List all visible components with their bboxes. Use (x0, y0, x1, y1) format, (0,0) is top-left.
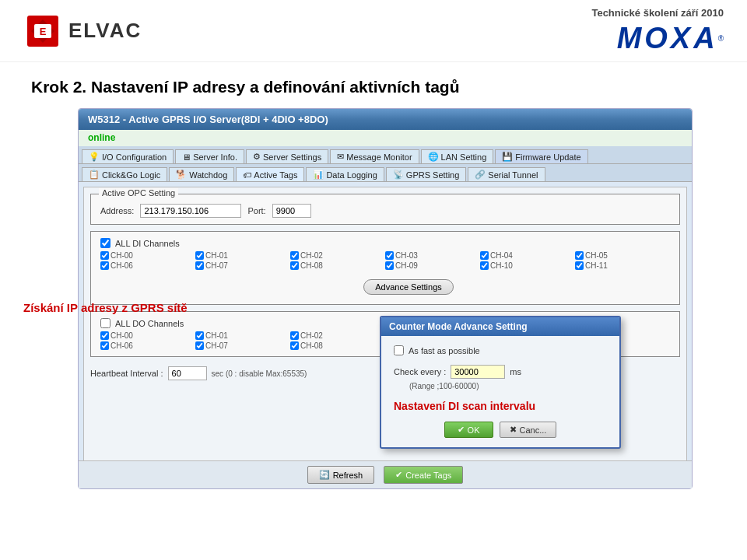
list-item: CH-07 (195, 341, 290, 350)
create-tags-button[interactable]: ✔ Create Tags (384, 466, 463, 484)
list-item: CH-02 (290, 331, 385, 340)
ziskani-annotation: Získání IP adresy z GPRS sítě (23, 301, 188, 314)
watchdog-icon: 🐕 (176, 170, 187, 180)
di-ch03-checkbox[interactable] (385, 251, 394, 260)
di-ch11-checkbox[interactable] (575, 261, 584, 270)
dialog-buttons: ✔ OK ✖ Canc... (394, 422, 607, 438)
lan-setting-icon: 🌐 (428, 152, 439, 162)
check-every-label: Check every : (394, 367, 446, 376)
ms-label: ms (510, 367, 521, 376)
di-ch08-checkbox[interactable] (290, 261, 299, 270)
heartbeat-input[interactable] (168, 366, 207, 380)
do-ch01-checkbox[interactable] (195, 331, 204, 340)
server-info-icon: 🖥 (182, 152, 191, 162)
tab-gprs-setting[interactable]: 📡 GPRS Setting (386, 167, 466, 181)
do-ch02-checkbox[interactable] (290, 331, 299, 340)
opc-address-row: Address: Port: (100, 204, 670, 218)
nav-tabs-row2: 📋 Click&Go Logic 🐕 Watchdog 🏷 Active Tag… (79, 164, 692, 182)
di-channel-grid: CH-00 CH-01 CH-02 CH-03 CH-04 CH-05 CH-0… (100, 251, 670, 270)
ok-button[interactable]: ✔ OK (444, 422, 493, 438)
list-item: CH-09 (385, 261, 480, 270)
asap-checkbox[interactable] (394, 345, 404, 355)
address-label: Address: (100, 206, 134, 215)
di-ch05-checkbox[interactable] (575, 251, 584, 260)
page-title-area: Krok 2. Nastavení IP adresy a definování… (0, 62, 747, 108)
do-ch08-checkbox[interactable] (290, 341, 299, 350)
opc-setting-box: Active OPC Setting Address: Port: (90, 194, 680, 225)
tab-io-config[interactable]: 💡 I/O Configuration (82, 149, 174, 163)
tab-click-go[interactable]: 📋 Click&Go Logic (82, 167, 167, 181)
list-item: CH-00 (100, 331, 195, 340)
list-item: CH-02 (290, 251, 385, 260)
port-input[interactable] (272, 204, 311, 218)
all-do-checkbox[interactable] (100, 318, 110, 328)
moxa-text: MOXA (617, 22, 718, 55)
counter-dialog: Counter Mode Advance Setting As fast as … (380, 316, 621, 449)
all-di-label: ALL DI Channels (115, 239, 180, 248)
di-ch04-checkbox[interactable] (480, 251, 489, 260)
list-item: CH-11 (575, 261, 670, 270)
moxa-logo: MOXA ® (617, 22, 724, 55)
address-input[interactable] (140, 204, 241, 218)
di-ch00-checkbox[interactable] (100, 251, 109, 260)
cancel-button[interactable]: ✖ Canc... (500, 422, 557, 438)
refresh-icon: 🔄 (319, 470, 330, 480)
data-logging-icon: 📊 (313, 170, 324, 180)
check-every-input[interactable] (451, 365, 505, 379)
asap-label: As fast as possible (409, 346, 480, 355)
do-ch07-checkbox[interactable] (195, 341, 204, 350)
header: E ELVAC Technické školení září 2010 MOXA… (0, 0, 747, 62)
firmware-icon: 💾 (502, 152, 513, 162)
all-di-checkbox[interactable] (100, 238, 110, 248)
list-item: CH-08 (290, 261, 385, 270)
di-ch01-checkbox[interactable] (195, 251, 204, 260)
tab-server-info[interactable]: 🖥 Server Info. (175, 149, 244, 163)
list-item: CH-04 (480, 251, 575, 260)
port-label: Port: (247, 206, 265, 215)
tab-server-settings[interactable]: ⚙ Server Settings (246, 149, 328, 163)
di-ch09-checkbox[interactable] (385, 261, 394, 270)
do-ch06-checkbox[interactable] (100, 341, 109, 350)
di-ch06-checkbox[interactable] (100, 261, 109, 270)
tab-message-monitor[interactable]: ✉ Message Monitor (330, 149, 419, 163)
check-every-row: Check every : ms (394, 365, 607, 379)
tab-active-tags[interactable]: 🏷 Active Tags (236, 167, 304, 181)
advance-settings-button[interactable]: Advance Settings (363, 279, 454, 295)
device-panel: W5312 - Active GPRS I/O Server(8DI + 4DI… (78, 108, 693, 489)
refresh-button[interactable]: 🔄 Refresh (307, 466, 375, 484)
device-header: W5312 - Active GPRS I/O Server(8DI + 4DI… (79, 109, 692, 130)
nastaveni-annotation: Nastavení DI scan intervalu (394, 400, 607, 412)
tab-serial-tunnel[interactable]: 🔗 Serial Tunnel (468, 167, 545, 181)
di-ch02-checkbox[interactable] (290, 251, 299, 260)
di-ch07-checkbox[interactable] (195, 261, 204, 270)
click-go-icon: 📋 (89, 170, 100, 180)
list-item: CH-08 (290, 341, 385, 350)
gprs-setting-icon: 📡 (393, 170, 404, 180)
bottom-buttons: 🔄 Refresh ✔ Create Tags (79, 460, 692, 488)
do-ch00-checkbox[interactable] (100, 331, 109, 340)
counter-dialog-title: Counter Mode Advance Setting (389, 321, 528, 332)
list-item: CH-01 (195, 251, 290, 260)
serial-tunnel-icon: 🔗 (475, 170, 486, 180)
di-channels-box: ALL DI Channels CH-00 CH-01 CH-02 CH-03 … (90, 231, 680, 305)
message-monitor-icon: ✉ (337, 152, 344, 162)
page-title: Krok 2. Nastavení IP adresy a definování… (31, 78, 716, 96)
tech-label: Technické školení září 2010 (591, 7, 724, 19)
di-ch10-checkbox[interactable] (480, 261, 489, 270)
list-item: CH-00 (100, 251, 195, 260)
asap-row: As fast as possible (394, 345, 607, 355)
tab-data-logging[interactable]: 📊 Data Logging (306, 167, 384, 181)
all-do-label: ALL DO Channels (115, 319, 184, 328)
tab-watchdog[interactable]: 🐕 Watchdog (169, 167, 234, 181)
tab-lan-setting[interactable]: 🌐 LAN Setting (421, 149, 494, 163)
list-item: CH-07 (195, 261, 290, 270)
di-channels-title: ALL DI Channels (100, 238, 670, 248)
list-item: CH-01 (195, 331, 290, 340)
create-tags-icon: ✔ (395, 470, 402, 480)
tab-firmware-update[interactable]: 💾 Firmware Update (495, 149, 587, 163)
range-hint: (Range ;100-60000) (409, 382, 607, 390)
list-item: CH-05 (575, 251, 670, 260)
counter-dialog-header: Counter Mode Advance Setting (381, 317, 619, 336)
svg-text:E: E (40, 26, 47, 37)
heartbeat-label: Heartbeat Interval : (90, 369, 163, 378)
